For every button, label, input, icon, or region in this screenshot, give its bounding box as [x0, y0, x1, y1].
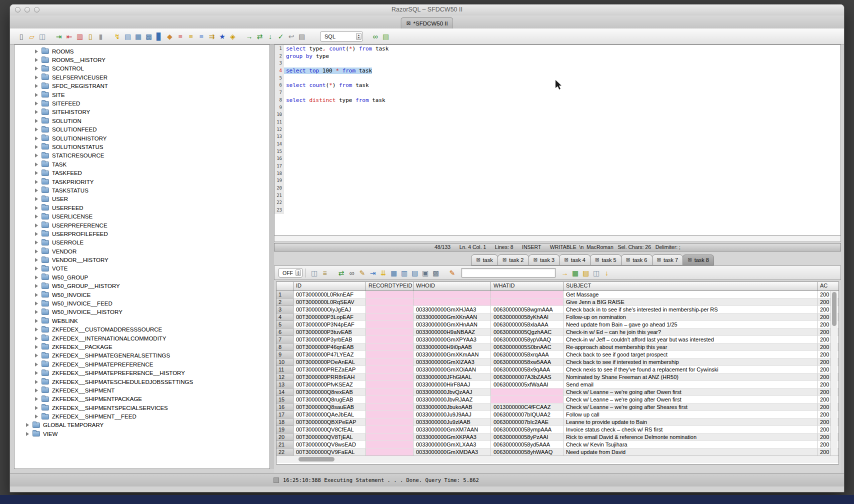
row-number-cell[interactable]: 4 — [276, 314, 294, 321]
disclosure-triangle-icon[interactable] — [35, 197, 38, 201]
row-number-cell[interactable]: 2 — [276, 298, 294, 306]
cell-id[interactable]: 00T3000000QV8wsEAD — [294, 441, 366, 448]
disclosure-triangle-icon[interactable] — [26, 432, 29, 436]
cell-whatid[interactable]: 006300000058xrqAAA — [491, 351, 564, 358]
cell-recordtypeid[interactable] — [366, 411, 414, 418]
table-row[interactable]: 1200T3000000PRR8rEAH0033000000JFhGlAAL00… — [276, 374, 838, 381]
result-tab-task-4[interactable]: ⊠task 4 — [559, 254, 590, 266]
document-tab-sfdcw50[interactable]: ⊠ *SFDCW50 II — [400, 18, 453, 28]
download-icon[interactable]: ↓ — [602, 268, 612, 278]
cell-recordtypeid[interactable] — [366, 298, 414, 306]
commit-check-icon[interactable]: ✓ — [276, 32, 286, 42]
disclosure-triangle-icon[interactable] — [35, 406, 38, 410]
editor-line[interactable]: 17 — [274, 162, 840, 170]
sidebar-item-userlicense[interactable]: USERLICENSE — [14, 212, 270, 220]
cell-subject[interactable]: Check nexis to see if they've found a re… — [564, 366, 818, 374]
refresh-icon[interactable]: ⇄ — [336, 268, 346, 278]
disclosure-triangle-icon[interactable] — [35, 276, 38, 280]
cell-recordtypeid[interactable] — [366, 321, 414, 328]
sidebar-item-rooms-history[interactable]: ROOMS__HISTORY — [14, 56, 270, 64]
tab-close-icon[interactable]: ⊠ — [626, 258, 630, 262]
cell-recordtypeid[interactable] — [366, 344, 414, 351]
cell-id[interactable]: 00T3000000Q8rugEAB — [294, 396, 366, 404]
editor-line[interactable]: 8select distinct type from task — [274, 96, 840, 104]
sidebar-item-w50-group-history[interactable]: W50_GROUP__HISTORY — [14, 282, 270, 290]
sidebar-item-zkfedex-shipment[interactable]: ZKFEDEX__SHIPMENT — [14, 386, 270, 394]
book-icon[interactable]: ▊ — [154, 32, 164, 42]
row-number-cell[interactable]: 8 — [276, 344, 294, 351]
sidebar-item-scontrol[interactable]: SCONTROL — [14, 64, 270, 73]
editor-line[interactable]: 10 — [274, 111, 840, 118]
cell-whoid[interactable]: 0033000000Ju9J9AAJ — [414, 411, 491, 418]
copy-table-icon[interactable]: ▥ — [74, 32, 85, 42]
go-right-icon[interactable]: → — [244, 32, 254, 42]
table-row[interactable]: 100T3000000L0RknEAFGet Massage200 — [276, 291, 838, 298]
cell-id[interactable]: 00T3000000L0RqSEAV — [294, 298, 366, 306]
editor-horizontal-scrollbar[interactable] — [274, 236, 841, 242]
cell-whoid[interactable]: 0033000000H9aNBAAZ — [414, 328, 491, 336]
row-number-cell[interactable]: 16 — [276, 404, 294, 411]
column-header-recordtypeid[interactable]: RECORDTYPEID — [366, 282, 414, 290]
cell-subject[interactable]: Give Jenn a BIG RAISE — [564, 298, 818, 306]
table-row[interactable]: 2200T3000000QV9FaEAL0033000000GmXMDAA300… — [276, 448, 838, 456]
sidebar-item-global-temporary[interactable]: GLOBAL TEMPORARY — [14, 421, 270, 430]
disclosure-triangle-icon[interactable] — [35, 240, 38, 244]
cell-subject[interactable]: Check back in to see if she's interested… — [564, 306, 818, 314]
tab-close-icon[interactable]: ⊠ — [502, 258, 506, 262]
cell-whatid[interactable] — [491, 388, 564, 396]
cell-id[interactable]: 00T3000000QV8CfEAL — [294, 426, 366, 434]
grid-horizontal-scrollbar[interactable] — [276, 456, 838, 463]
cell-whatid[interactable]: 006300000058yPzAAI — [491, 434, 564, 441]
cell-recordtypeid[interactable] — [366, 381, 414, 388]
editor-line[interactable]: 1select type, count(*) from task — [274, 45, 840, 52]
sidebar-item-view[interactable]: VIEW — [14, 430, 270, 438]
disclosure-triangle-icon[interactable] — [35, 328, 38, 332]
sidebar-item-w50-invoice[interactable]: W50_INVOICE — [14, 290, 270, 299]
sidebar-item-w50-invoice-history[interactable]: W50_INVOICE__HISTORY — [14, 308, 270, 316]
cell-subject[interactable]: Re-approach about membership this year — [564, 344, 818, 351]
cell-recordtypeid[interactable] — [366, 441, 414, 448]
cell-recordtypeid[interactable] — [366, 328, 414, 336]
columns-icon[interactable]: ▥ — [399, 268, 410, 278]
indent-icon[interactable]: ≡ — [196, 32, 206, 42]
table-row[interactable]: 1900T3000000QV8CfEAL0033000000GmXM7AAN00… — [276, 426, 838, 434]
cell-whatid[interactable] — [491, 291, 564, 298]
sidebar-item-solutionhistory[interactable]: SOLUTIONHISTORY — [14, 134, 270, 142]
cell-whoid[interactable]: 0033000000GmXHnAAN — [414, 321, 491, 328]
cell-whatid[interactable]: 006300000058ympAAA — [491, 426, 564, 434]
disclosure-triangle-icon[interactable] — [35, 119, 38, 123]
disclosure-triangle-icon[interactable] — [35, 58, 38, 62]
cell-whatid[interactable]: 00630000005QgzhAAC — [491, 328, 564, 336]
table-row[interactable]: 1500T3000000Q8rugEAB0033000000JbvRJAAZCh… — [276, 396, 838, 404]
table-row[interactable]: 1600T3000000Q8sauEAB0033000000JbukoAAB00… — [276, 404, 838, 411]
table-row[interactable]: 800T3000000P46qnEAB0033000000H9i0pAAB006… — [276, 344, 838, 351]
editor-line[interactable]: 23 — [274, 206, 840, 214]
tab-close-icon[interactable]: ⊠ — [534, 258, 538, 262]
row-number-cell[interactable]: 17 — [276, 411, 294, 418]
cell-id[interactable]: 00T3000000QV8TjEAL — [294, 434, 366, 441]
edit-pencil-icon[interactable]: ✎ — [357, 268, 368, 278]
cell-whoid[interactable]: 0033000000GmXPYAA3 — [414, 336, 491, 344]
disclosure-triangle-icon[interactable] — [35, 110, 38, 114]
cell-subject[interactable]: Check back to see if interested in membe… — [564, 358, 818, 366]
log-icon[interactable]: ▤ — [296, 32, 307, 42]
auto-commit-select[interactable]: OFF ▲▼ — [278, 268, 302, 278]
title-bar[interactable]: RazorSQL – SFDCW50 II — [10, 4, 844, 16]
cell-id[interactable]: 00T3000000P3tuvEAB — [294, 328, 366, 336]
tab-close-icon[interactable]: ⊠ — [688, 258, 692, 262]
sidebar-item-zkfedex-shipmatescheduledjobssettings[interactable]: ZKFEDEX__SHIPMATESCHEDULEDJOBSSETTINGS — [14, 378, 270, 386]
sidebar-item-zkfedex-customaddresssource[interactable]: ZKFEDEX__CUSTOMADDRESSSOURCE — [14, 326, 270, 334]
sql-editor[interactable]: 1select type, count(*) from task2group b… — [274, 44, 841, 236]
editor-line[interactable]: 12 — [274, 126, 840, 134]
cell-recordtypeid[interactable] — [366, 374, 414, 381]
column-icon[interactable]: ▮ — [96, 32, 106, 42]
tab-close-icon[interactable]: ⊠ — [564, 258, 568, 262]
table-row[interactable]: 400T3000000P3LopEAF0033000000GmXKnAAN006… — [276, 314, 838, 321]
sidebar-item-zkfedex-shipmentspecialservices[interactable]: ZKFEDEX__SHIPMENTSPECIALSERVICES — [14, 404, 270, 412]
disclosure-triangle-icon[interactable] — [35, 319, 38, 323]
sidebar-item-zkfedex-shipment-feed[interactable]: ZKFEDEX__SHIPMENT__FEED — [14, 412, 270, 420]
cell-whoid[interactable]: 0033000000GmXM7AAN — [414, 426, 491, 434]
cell-subject[interactable]: Check w/ Leanne – we're going after Owen… — [564, 396, 818, 404]
form-icon[interactable]: ▤ — [380, 32, 391, 42]
disclosure-triangle-icon[interactable] — [35, 145, 38, 149]
